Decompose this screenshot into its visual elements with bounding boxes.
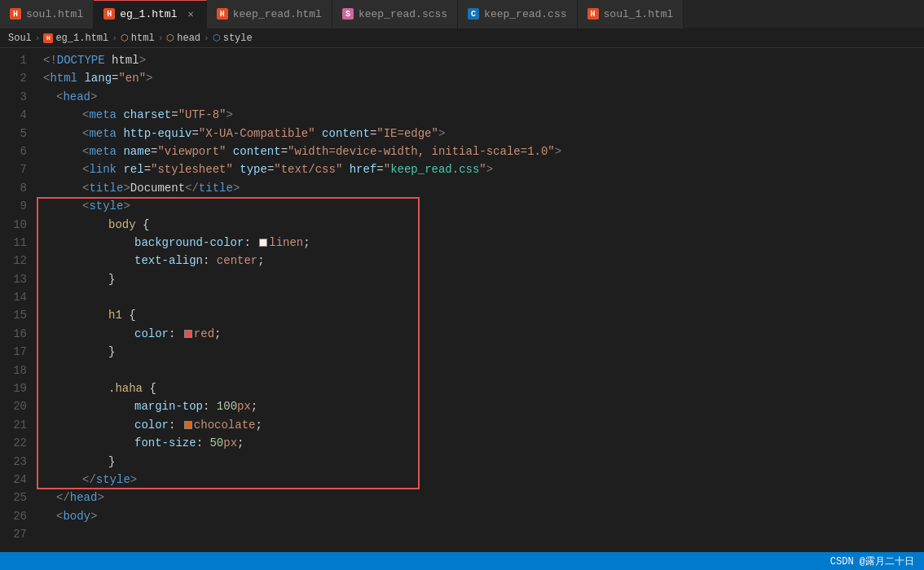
tab-label: soul_1.html bbox=[604, 8, 674, 20]
tab-close-button[interactable]: ✕ bbox=[185, 7, 196, 21]
ln-6: 6 bbox=[0, 142, 27, 160]
ln-12: 12 bbox=[0, 252, 27, 270]
code-area[interactable]: <!DOCTYPE html> <html lang="en"> <head> … bbox=[37, 48, 924, 552]
ln-1: 1 bbox=[0, 51, 27, 69]
code-line-13: } bbox=[43, 270, 924, 288]
code-line-27 bbox=[43, 525, 924, 543]
ln-11: 11 bbox=[0, 234, 27, 252]
code-line-2: <html lang="en"> bbox=[43, 69, 924, 87]
code-line-5: <meta http-equiv="X-UA-Compatible" conte… bbox=[43, 125, 924, 142]
ln-27: 27 bbox=[0, 525, 27, 543]
html-icon: H bbox=[103, 8, 115, 20]
code-line-23: } bbox=[43, 453, 924, 471]
tab-keep-read-css[interactable]: C keep_read.css bbox=[458, 0, 577, 28]
scss-icon: S bbox=[342, 8, 354, 20]
ln-19: 19 bbox=[0, 379, 27, 397]
ln-8: 8 bbox=[0, 179, 27, 197]
code-line-16: color: red; bbox=[43, 325, 924, 343]
bc-head[interactable]: ⬡ head bbox=[166, 33, 200, 44]
tab-eg1[interactable]: H eg_1.html ✕ bbox=[94, 0, 206, 28]
html-icon: H bbox=[10, 8, 21, 20]
bc-sep3: › bbox=[158, 33, 164, 43]
bc-style[interactable]: ⬡ style bbox=[213, 33, 253, 44]
code-line-20: margin-top: 100px; bbox=[43, 397, 924, 415]
tab-label: keep_read.css bbox=[484, 8, 566, 20]
tab-label: keep_read.scss bbox=[359, 8, 447, 20]
tab-bar: H soul.html H eg_1.html ✕ H keep_read.ht… bbox=[0, 0, 924, 28]
code-line-6: <meta name="viewport" content="width=dev… bbox=[43, 142, 924, 160]
bc-style-label: style bbox=[223, 33, 253, 44]
bc-soul-label: Soul bbox=[8, 33, 32, 44]
code-line-17: } bbox=[43, 343, 924, 361]
tab-keep-read[interactable]: H keep_read.html bbox=[207, 0, 332, 28]
bc-sep4: › bbox=[204, 33, 209, 43]
html-icon: H bbox=[217, 8, 228, 20]
ln-25: 25 bbox=[0, 489, 27, 506]
code-line-25: </head> bbox=[43, 489, 924, 506]
ln-13: 13 bbox=[0, 270, 27, 288]
breadcrumb: Soul › H eg_1.html › ⬡ html › ⬡ head › ⬡… bbox=[0, 28, 924, 48]
bc-head-label: head bbox=[177, 33, 200, 44]
bc-head-icon: ⬡ bbox=[166, 33, 174, 43]
code-line-1: <!DOCTYPE html> bbox=[43, 51, 924, 69]
ln-17: 17 bbox=[0, 343, 27, 361]
bc-sep1: › bbox=[35, 33, 41, 43]
bc-style-icon: ⬡ bbox=[213, 33, 221, 43]
code-line-14 bbox=[43, 288, 924, 306]
tab-keep-read-scss[interactable]: S keep_read.scss bbox=[332, 0, 458, 28]
code-line-26: <body> bbox=[43, 507, 924, 525]
ln-10: 10 bbox=[0, 216, 27, 234]
html-icon: H bbox=[43, 33, 53, 43]
bc-html-label: html bbox=[131, 33, 155, 44]
code-line-19: .haha { bbox=[43, 379, 924, 397]
code-line-22: font-size: 50px; bbox=[43, 434, 924, 452]
code-line-4: <meta charset="UTF-8"> bbox=[43, 106, 924, 124]
code-line-15: h1 { bbox=[43, 306, 924, 324]
code-line-24: </style> bbox=[43, 471, 924, 489]
code-line-8: <title>Document</title> bbox=[43, 179, 924, 197]
code-line-11: background-color: linen; bbox=[43, 234, 924, 252]
html-icon: H bbox=[587, 8, 599, 20]
code-line-7: <link rel="stylesheet" type="text/css" h… bbox=[43, 160, 924, 178]
code-line-21: color: chocolate; bbox=[43, 416, 924, 434]
code-line-3: <head> bbox=[43, 88, 924, 106]
ln-9: 9 bbox=[0, 197, 27, 215]
status-right-text: CSDN @露月二十日 bbox=[830, 555, 914, 568]
line-numbers: 1 2 3 4 5 6 7 8 9 10 11 12 13 14 15 16 1… bbox=[0, 48, 37, 552]
ln-20: 20 bbox=[0, 397, 27, 415]
color-swatch-chocolate bbox=[184, 421, 192, 429]
ln-14: 14 bbox=[0, 288, 27, 306]
ln-15: 15 bbox=[0, 306, 27, 324]
bc-html[interactable]: ⬡ html bbox=[121, 33, 155, 44]
color-swatch-linen bbox=[259, 239, 267, 247]
ln-3: 3 bbox=[0, 88, 27, 106]
ln-16: 16 bbox=[0, 325, 27, 343]
ln-24: 24 bbox=[0, 471, 27, 489]
ln-4: 4 bbox=[0, 106, 27, 124]
code-line-12: text-align: center; bbox=[43, 252, 924, 270]
bc-file-label: eg_1.html bbox=[55, 33, 108, 44]
ln-2: 2 bbox=[0, 69, 27, 87]
code-line-18 bbox=[43, 362, 924, 379]
css-icon: C bbox=[468, 8, 479, 20]
bc-soul[interactable]: Soul bbox=[8, 33, 32, 44]
bc-sep2: › bbox=[112, 33, 117, 43]
bc-html-icon: ⬡ bbox=[121, 33, 129, 43]
tab-label: keep_read.html bbox=[233, 8, 322, 20]
ln-18: 18 bbox=[0, 362, 27, 379]
ln-21: 21 bbox=[0, 416, 27, 434]
tab-soul[interactable]: H soul.html bbox=[0, 0, 94, 28]
ln-22: 22 bbox=[0, 434, 27, 452]
ln-7: 7 bbox=[0, 160, 27, 178]
code-line-10: body { bbox=[43, 216, 924, 234]
tab-label: soul.html bbox=[26, 8, 83, 20]
editor: 1 2 3 4 5 6 7 8 9 10 11 12 13 14 15 16 1… bbox=[0, 48, 924, 552]
tab-label: eg_1.html bbox=[120, 8, 177, 20]
status-bar: CSDN @露月二十日 bbox=[0, 552, 924, 570]
bc-file[interactable]: H eg_1.html bbox=[43, 33, 108, 44]
color-swatch-red bbox=[184, 330, 192, 338]
ln-23: 23 bbox=[0, 453, 27, 471]
ln-26: 26 bbox=[0, 507, 27, 525]
ln-5: 5 bbox=[0, 125, 27, 142]
tab-soul1[interactable]: H soul_1.html bbox=[578, 0, 684, 28]
